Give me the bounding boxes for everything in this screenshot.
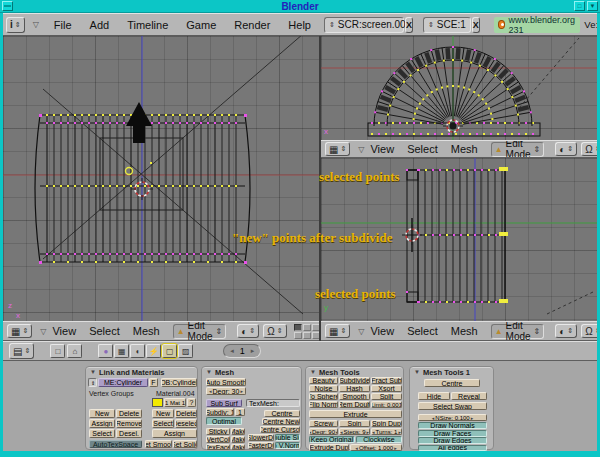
- subsurf-toggle[interactable]: Sub Surf: [206, 399, 242, 407]
- draw-type-button[interactable]: ◐ ⇕: [555, 324, 577, 338]
- object-name-field[interactable]: OB:Cylinder: [161, 378, 197, 387]
- reveal-button[interactable]: Reveal: [451, 392, 487, 400]
- mesh-browse-button[interactable]: ⇕: [88, 378, 97, 387]
- beauty-toggle[interactable]: Beauty: [309, 377, 338, 384]
- viewport-type-button[interactable]: ▦ ⇕: [7, 324, 32, 338]
- screen-selector[interactable]: ⇕ SCR:screen.001: [324, 17, 404, 33]
- material-index-spinner[interactable]: 1 Mat 1: [164, 398, 186, 407]
- viewport-front[interactable]: zx: [3, 36, 319, 321]
- screen-delete-button[interactable]: X: [405, 17, 413, 33]
- sticky-make-button[interactable]: Make: [231, 428, 245, 435]
- draw-edges-toggle[interactable]: Draw Edges: [418, 437, 487, 444]
- vgroup-remove-button[interactable]: Remove: [116, 419, 142, 428]
- layer-cell[interactable]: [294, 332, 302, 339]
- turns-spinner[interactable]: Turns: 1: [371, 428, 402, 435]
- window-type-button[interactable]: i ⇕: [6, 17, 25, 33]
- no-vnormal-flip-toggle[interactable]: No V.Normal: [275, 442, 300, 449]
- hash-button[interactable]: Hash: [339, 385, 370, 392]
- animation-context-button[interactable]: ⚡: [146, 344, 161, 358]
- vgroup-new-button[interactable]: New: [89, 409, 115, 418]
- viewport-type-button[interactable]: ▦ ⇕: [325, 142, 350, 156]
- clockwise-toggle[interactable]: Clockwise: [356, 436, 402, 443]
- menu-mesh[interactable]: Mesh: [451, 143, 478, 155]
- script-context-button[interactable]: ▦: [114, 344, 129, 358]
- panel-collapse-icon[interactable]: ▼: [206, 369, 212, 375]
- menu-select[interactable]: Select: [89, 325, 120, 337]
- vgroup-deselect-button[interactable]: Desel.: [116, 429, 142, 438]
- steps-spinner[interactable]: Steps: 9: [339, 428, 370, 435]
- material-assign-button[interactable]: Assign: [152, 429, 197, 438]
- pivot-button[interactable]: Ω ⇕: [263, 324, 286, 338]
- flip-normals-button[interactable]: Flip Norm: [309, 401, 338, 408]
- sticky-button[interactable]: Sticky: [206, 428, 230, 435]
- header-collapse-icon[interactable]: ▽: [358, 145, 364, 154]
- degr90-spinner[interactable]: Degr: 90: [309, 428, 338, 435]
- material-deselect-button[interactable]: Deselect: [175, 419, 197, 428]
- panel-collapse-icon[interactable]: ▼: [90, 369, 96, 375]
- material-color-swatch[interactable]: [152, 398, 163, 407]
- pivot-button[interactable]: Ω ⇕: [581, 142, 597, 156]
- draw-type-button[interactable]: ◐ ⇕: [237, 324, 259, 338]
- xsort-button[interactable]: Xsort: [371, 385, 402, 392]
- menu-view[interactable]: View: [370, 143, 394, 155]
- smooth-button[interactable]: Smooth: [339, 393, 370, 400]
- frame-prev-icon[interactable]: ◂: [230, 347, 234, 355]
- menu-select[interactable]: Select: [407, 143, 438, 155]
- optimal-toggle[interactable]: Optimal: [206, 417, 242, 425]
- menu-view[interactable]: View: [370, 325, 394, 337]
- vgroup-delete-button[interactable]: Delete: [116, 409, 142, 418]
- scene-context-button[interactable]: ▨: [178, 344, 193, 358]
- layer-cell[interactable]: [312, 332, 319, 339]
- panel-collapse-icon[interactable]: ▼: [310, 369, 316, 375]
- centre-button[interactable]: Centre: [424, 379, 480, 387]
- menu-view[interactable]: View: [52, 325, 76, 337]
- pivot-button[interactable]: Ω ⇕: [581, 324, 597, 338]
- texface-button[interactable]: TexFace: [206, 444, 230, 450]
- shading-context-button[interactable]: ◐: [130, 344, 145, 358]
- mode-dropdown[interactable]: ▲ Edit Mode ⇕: [491, 324, 545, 339]
- panel-collapse-icon[interactable]: ▼: [414, 369, 420, 375]
- select-swap-button[interactable]: Select Swap: [418, 402, 487, 410]
- spin-dup-button[interactable]: Spin Dup: [371, 420, 402, 427]
- layer-buttons[interactable]: [294, 324, 319, 339]
- scene-selector[interactable]: ⇕ SCE:1: [423, 17, 471, 33]
- menu-select[interactable]: Select: [407, 325, 438, 337]
- extrude-dup-button[interactable]: Extrude Dup: [309, 444, 349, 451]
- draw-normals-toggle[interactable]: Draw Normals: [418, 422, 487, 429]
- draw-type-button[interactable]: ◐ ⇕: [555, 142, 577, 156]
- screw-button[interactable]: Screw: [309, 420, 338, 427]
- editing-context-button[interactable]: ▢: [162, 344, 177, 358]
- mesh-name-field[interactable]: ME:Cylinder: [98, 378, 148, 387]
- header-collapse-icon[interactable]: ▽: [33, 20, 39, 29]
- split-button[interactable]: Split: [371, 393, 402, 400]
- menu-game[interactable]: Game: [177, 19, 225, 31]
- vertcol-make-button[interactable]: Make: [231, 436, 245, 443]
- draw-faces-toggle[interactable]: Draw Faces: [418, 430, 487, 437]
- titlebar[interactable]: Blender □ ▼: [0, 0, 600, 13]
- header-collapse-icon[interactable]: ▽: [40, 327, 46, 336]
- all-edges-toggle[interactable]: All edges: [418, 445, 487, 451]
- centre-new-button[interactable]: Centre New: [262, 418, 300, 425]
- menu-timeline[interactable]: Timeline: [118, 19, 177, 31]
- frame-next-icon[interactable]: ▸: [251, 347, 255, 355]
- material-help-button[interactable]: ?: [187, 398, 196, 407]
- limit-spinner[interactable]: Limit: 0.001: [371, 401, 402, 408]
- noise-button[interactable]: Noise: [309, 385, 338, 392]
- mode-dropdown[interactable]: ▲ Edit Mode ⇕: [491, 142, 545, 157]
- set-smooth-button[interactable]: Set Smooth: [145, 440, 172, 448]
- vgroup-select-button[interactable]: Select: [89, 429, 115, 438]
- fake-user-button[interactable]: F: [149, 378, 158, 387]
- fract-sub-button[interactable]: Fract Sub: [371, 377, 402, 384]
- logic-context-button[interactable]: ●: [98, 344, 113, 358]
- layer-cell[interactable]: [294, 324, 302, 331]
- degr-spinner[interactable]: Degr: 30: [206, 387, 246, 395]
- layer-cell[interactable]: [312, 324, 319, 331]
- menu-mesh[interactable]: Mesh: [451, 325, 478, 337]
- offset-spinner[interactable]: Offset: 1.000: [350, 444, 402, 451]
- centre-cursor-button[interactable]: Centre Cursor: [260, 426, 300, 433]
- nsize-spinner[interactable]: NSize: 0.100: [418, 414, 487, 421]
- maximize-button[interactable]: □: [574, 1, 585, 11]
- header-collapse-icon[interactable]: ▽: [358, 327, 364, 336]
- viewport-type-button[interactable]: ▦ ⇕: [325, 324, 350, 338]
- vgroup-assign-button[interactable]: Assign: [89, 419, 115, 428]
